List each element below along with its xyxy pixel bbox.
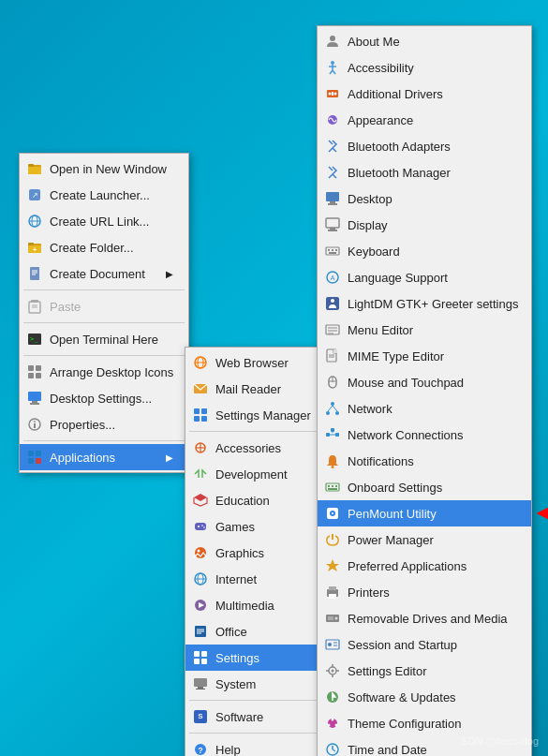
menu-label: Paste [50, 300, 81, 314]
svg-point-78 [331, 61, 334, 65]
svg-text:?: ? [198, 746, 203, 755]
menu-item-properties[interactable]: Properties... [20, 411, 188, 437]
svg-point-158 [328, 724, 331, 727]
svg-text:>_: >_ [30, 335, 38, 343]
menu-item-network-connections[interactable]: Network Connections [318, 422, 531, 448]
menu-item-lightdm[interactable]: LightDM GTK+ Greeter settings [318, 290, 531, 317]
menu-item-removable-drives[interactable]: Removable Drives and Media [318, 605, 531, 631]
svg-point-157 [335, 724, 338, 727]
svg-marker-47 [194, 494, 207, 501]
svg-text:S: S [198, 712, 203, 720]
menu-item-software-updates[interactable]: Software & Updates [318, 684, 531, 710]
menu-label: Graphics [215, 546, 264, 560]
menu-item-create-doc[interactable]: Create Document ▶ [20, 260, 188, 287]
apps-icon [25, 448, 44, 467]
menu-item-onboard-settings[interactable]: Onboard Settings [318, 474, 531, 500]
menu-label: Games [215, 520, 255, 534]
menu-item-about-me[interactable]: About Me [318, 28, 531, 54]
menu-label: Mouse and Touchpad [348, 376, 464, 390]
menu-label: Applications [50, 451, 115, 465]
menu-label: Additional Drivers [348, 87, 443, 101]
separator [23, 355, 185, 356]
svg-point-52 [203, 526, 205, 528]
svg-point-143 [328, 643, 332, 646]
menu-label: Accessibility [348, 61, 414, 75]
menu-label: Create Folder... [50, 241, 134, 255]
menu-item-display[interactable]: Display [318, 212, 531, 238]
svg-point-124 [332, 466, 334, 468]
menu-item-menu-editor[interactable]: Menu Editor [318, 317, 531, 343]
menu-item-printers[interactable]: Printers [318, 579, 531, 605]
svg-rect-33 [36, 451, 41, 456]
svg-text:↗: ↗ [32, 191, 38, 200]
menu-item-create-folder[interactable]: + Create Folder... [20, 234, 188, 260]
doc-icon [25, 264, 44, 283]
svg-rect-1 [28, 167, 41, 174]
menu-item-applications[interactable]: Applications ▶ [20, 444, 188, 470]
menu-item-accessibility[interactable]: Accessibility [318, 54, 531, 81]
session-icon [323, 635, 342, 654]
system-icon [191, 674, 210, 693]
menu-item-bluetooth-adapters[interactable]: Bluetooth Adapters [318, 133, 531, 159]
onboard-settings-icon [323, 478, 342, 497]
menu-item-desktop[interactable]: Desktop [318, 185, 531, 212]
svg-rect-98 [329, 252, 336, 254]
launcher-icon: ↗ [25, 185, 44, 204]
svg-point-102 [331, 299, 334, 303]
svg-line-118 [333, 406, 337, 411]
svg-line-161 [333, 749, 335, 751]
menu-item-desktop-settings[interactable]: Desktop Settings... [20, 385, 188, 411]
menu-item-mouse[interactable]: Mouse and Touchpad [318, 369, 531, 395]
menu-label: Education [215, 494, 270, 508]
svg-rect-12 [30, 267, 39, 280]
menu-label: Network [348, 402, 392, 416]
svg-rect-64 [194, 651, 200, 657]
help-icon: ? [191, 740, 210, 756]
menu-item-notifications[interactable]: Notifications [318, 448, 531, 474]
svg-rect-69 [198, 687, 203, 689]
terminal-icon: >_ [25, 330, 44, 348]
menu-item-session[interactable]: Session and Startup [318, 631, 531, 658]
menu-item-appearance[interactable]: Appearance [318, 107, 531, 133]
menu-label: Appearance [348, 113, 413, 127]
menu-label: Open Terminal Here [50, 333, 158, 347]
menu-item-bluetooth-manager[interactable]: Bluetooth Manager [318, 159, 531, 185]
menu-label: Web Browser [215, 356, 289, 370]
menu-item-penmount[interactable]: PenMount Utility ↖ [318, 500, 531, 526]
software-icon: S [191, 707, 210, 726]
menu-item-open-terminal[interactable]: >_ Open Terminal Here [20, 326, 188, 352]
menu-item-preferred-apps[interactable]: Preferred Applications [318, 553, 531, 579]
theme-icon [323, 714, 342, 733]
menu-label: Time and Date [348, 743, 427, 757]
menu-label: Software & Updates [348, 690, 456, 704]
svg-point-156 [332, 719, 334, 721]
menu-item-paste[interactable]: Paste [20, 293, 188, 319]
svg-rect-120 [335, 433, 339, 437]
menu-item-create-url[interactable]: Create URL Link... [20, 208, 188, 234]
menu-label: Preferred Applications [348, 559, 467, 573]
menu-item-mime-type[interactable]: MIME Type Editor [318, 343, 531, 369]
svg-rect-27 [32, 401, 37, 403]
menu-item-power-manager[interactable]: Power Manager [318, 526, 531, 553]
svg-rect-121 [331, 428, 334, 432]
menu-label: Notifications [348, 454, 414, 468]
multimedia-icon [191, 596, 210, 615]
accessibility-icon [323, 58, 342, 77]
menu-item-network[interactable]: Network [318, 395, 531, 422]
menu-item-additional-drivers[interactable]: Additional Drivers [318, 81, 531, 107]
menu-item-theme[interactable]: Theme Configuration [318, 710, 531, 736]
svg-rect-70 [196, 689, 205, 689]
menu-item-arrange-icons[interactable]: Arrange Desktop Icons [20, 359, 188, 385]
menu-item-keyboard[interactable]: Keyboard [318, 238, 531, 264]
svg-rect-24 [28, 373, 34, 378]
svg-rect-108 [333, 349, 337, 353]
svg-rect-22 [28, 365, 34, 371]
menu-item-language-support[interactable]: A Language Support [318, 264, 531, 290]
svg-point-116 [335, 411, 339, 415]
settings-manager-icon [191, 406, 210, 424]
menu-item-create-launcher[interactable]: ↗ Create Launcher... [20, 182, 188, 208]
svg-rect-93 [328, 230, 337, 231]
menu-item-open-new-window[interactable]: Open in New Window [20, 156, 188, 182]
menu-item-settings-editor[interactable]: Settings Editor [318, 658, 531, 684]
folder-icon [25, 159, 44, 178]
